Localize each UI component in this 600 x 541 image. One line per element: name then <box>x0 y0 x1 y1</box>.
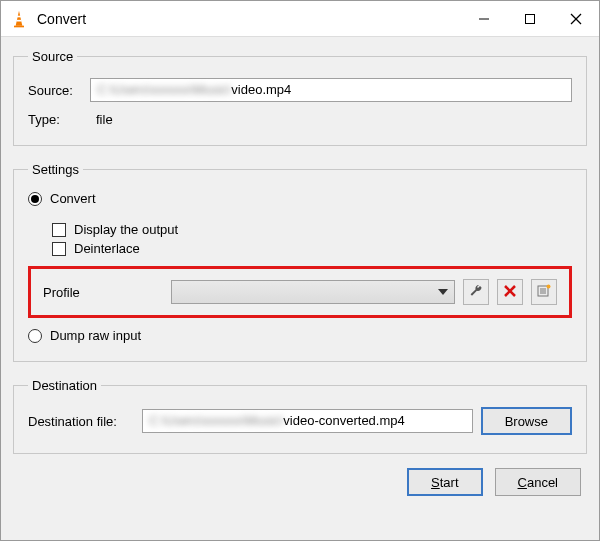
source-path-clear: video.mp4 <box>231 82 291 97</box>
cancel-button[interactable]: Cancel <box>495 468 581 496</box>
convert-radio-label: Convert <box>50 191 96 206</box>
cancel-button-label: Cancel <box>518 475 558 490</box>
destination-path-clear: video-converted.mp4 <box>283 413 404 428</box>
destination-group: Destination Destination file: C:\Users\x… <box>13 378 587 454</box>
profile-row-highlight: Profile <box>28 266 572 318</box>
window-title: Convert <box>37 11 461 27</box>
svg-rect-3 <box>16 19 21 21</box>
maximize-button[interactable] <box>507 1 553 37</box>
profile-combobox[interactable] <box>171 280 455 304</box>
source-path-input[interactable]: C:\Users\xxxxxx\Music\video.mp4 <box>90 78 572 102</box>
minimize-button[interactable] <box>461 1 507 37</box>
svg-rect-1 <box>14 25 24 27</box>
chevron-down-icon <box>438 289 448 295</box>
wrench-icon <box>468 283 484 302</box>
type-label: Type: <box>28 112 90 127</box>
source-label: Source: <box>28 83 90 98</box>
radio-dot-icon <box>28 192 42 206</box>
checkbox-box-icon <box>52 223 66 237</box>
browse-button-label: Browse <box>505 414 548 429</box>
source-path-obscured: C:\Users\xxxxxx\Music\ <box>97 79 231 101</box>
delete-profile-button[interactable] <box>497 279 523 305</box>
deinterlace-checkbox[interactable]: Deinterlace <box>52 241 572 256</box>
destination-legend: Destination <box>28 378 101 393</box>
svg-point-14 <box>547 284 551 288</box>
dump-raw-input-label: Dump raw input <box>50 328 141 343</box>
start-button-label: Start <box>431 475 458 490</box>
client-area: Source Source: C:\Users\xxxxxx\Music\vid… <box>1 37 599 540</box>
deinterlace-label: Deinterlace <box>74 241 140 256</box>
x-icon <box>502 283 518 302</box>
convert-dialog: Convert Source Source: C:\Users\xxxxxx\M… <box>0 0 600 541</box>
svg-rect-2 <box>17 15 21 17</box>
source-group: Source Source: C:\Users\xxxxxx\Music\vid… <box>13 49 587 146</box>
vlc-cone-icon <box>9 9 29 29</box>
dump-raw-input-radio[interactable]: Dump raw input <box>28 328 572 343</box>
svg-marker-0 <box>16 10 23 25</box>
destination-file-input[interactable]: C:\Users\xxxxxx\Music\video-converted.mp… <box>142 409 473 433</box>
settings-group: Settings Convert Display the output Dein… <box>13 162 587 362</box>
display-output-checkbox[interactable]: Display the output <box>52 222 572 237</box>
close-button[interactable] <box>553 1 599 37</box>
title-bar: Convert <box>1 1 599 37</box>
radio-dot-icon <box>28 329 42 343</box>
destination-path-obscured: C:\Users\xxxxxx\Music\ <box>149 410 283 432</box>
type-value: file <box>90 112 113 127</box>
svg-rect-5 <box>526 14 535 23</box>
display-output-label: Display the output <box>74 222 178 237</box>
browse-button[interactable]: Browse <box>481 407 572 435</box>
start-button[interactable]: Start <box>407 468 482 496</box>
new-list-icon <box>536 283 552 302</box>
edit-profile-button[interactable] <box>463 279 489 305</box>
profile-label: Profile <box>43 285 163 300</box>
source-legend: Source <box>28 49 77 64</box>
checkbox-box-icon <box>52 242 66 256</box>
settings-legend: Settings <box>28 162 83 177</box>
destination-file-label: Destination file: <box>28 414 136 429</box>
convert-radio[interactable]: Convert <box>28 191 572 206</box>
new-profile-button[interactable] <box>531 279 557 305</box>
dialog-footer: Start Cancel <box>13 464 587 500</box>
